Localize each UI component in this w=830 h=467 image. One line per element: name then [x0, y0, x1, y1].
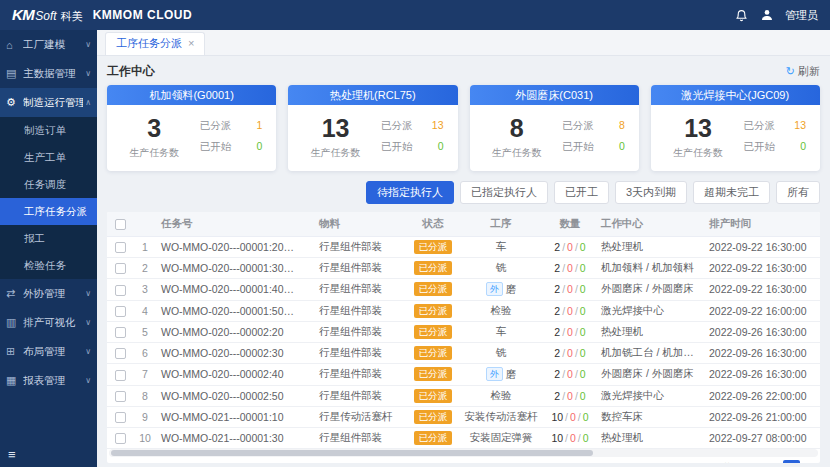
task-number: WO-MMO-020---00002:40 — [161, 368, 284, 380]
prev-page-button[interactable]: ‹ — [770, 462, 774, 463]
work-center-card[interactable]: 机加领料(G0001)3生产任务数已分派1已开始0 — [107, 85, 276, 171]
row-checkbox[interactable] — [115, 263, 126, 274]
quantity: 2/0/0 — [543, 342, 597, 363]
started-label: 已开始 — [562, 140, 594, 154]
task-count-label: 生产任务数 — [117, 146, 192, 160]
quantity: 2/0/0 — [543, 236, 597, 257]
material: 行星组件部装 — [315, 257, 407, 278]
task-count-value: 8 — [480, 114, 555, 143]
filter-button-0[interactable]: 待指定执行人 — [366, 181, 454, 204]
sidebar-item-report-management[interactable]: ▦报表管理∨ — [0, 366, 97, 395]
work-center-card[interactable]: 热处理机(RCL75)13生产任务数已分派13已开始0 — [288, 85, 457, 171]
top-header: KM Soft 科美 KMMOM CLOUD 管理员 — [0, 0, 830, 30]
dispatched-value: 8 — [619, 119, 625, 133]
started-label: 已开始 — [200, 140, 232, 154]
row-checkbox[interactable] — [115, 348, 126, 359]
task-number: WO-MMO-020---00002:20 — [161, 326, 284, 338]
filter-button-3[interactable]: 3天内到期 — [615, 181, 687, 204]
status-badge: 已分派 — [414, 282, 453, 296]
task-count-value: 13 — [661, 114, 736, 143]
next-page-button[interactable]: › — [808, 462, 812, 463]
sidebar-subitem-production-work-orders[interactable]: 生产工单 — [0, 144, 97, 171]
user-avatar-icon[interactable] — [759, 7, 775, 23]
filter-button-4[interactable]: 超期未完工 — [693, 181, 770, 204]
row-index: 6 — [133, 342, 157, 363]
quantity: 2/0/0 — [543, 385, 597, 406]
work-center-card[interactable]: 激光焊接中心(JGC09)13生产任务数已分派13已开始0 — [651, 85, 820, 171]
scrollbar-thumb[interactable] — [111, 450, 593, 456]
filter-button-2[interactable]: 已开工 — [554, 181, 609, 204]
table-row[interactable]: 10WO-MMO-021---00001:30行星组件部装已分派安装固定弹簧10… — [107, 427, 820, 448]
schedule-time: 2022-09-22 16:30:00 — [705, 278, 820, 300]
close-icon[interactable]: × — [188, 38, 194, 49]
row-checkbox[interactable] — [115, 412, 126, 423]
filter-button-5[interactable]: 所有 — [776, 181, 820, 204]
select-all-checkbox[interactable] — [115, 219, 126, 230]
column-header: 工作中心 — [597, 212, 705, 237]
sidebar-item-outsourcing[interactable]: ⇄外协管理∨ — [0, 279, 97, 308]
row-checkbox[interactable] — [115, 433, 126, 444]
status-badge: 已分派 — [414, 261, 453, 275]
process: 安装固定弹簧 — [470, 431, 533, 443]
sidebar-subitem-work-reporting[interactable]: 报工 — [0, 225, 97, 252]
user-name[interactable]: 管理员 — [785, 8, 818, 23]
row-index: 7 — [133, 363, 157, 385]
horizontal-scrollbar[interactable] — [109, 449, 818, 457]
material: 行星组件部装 — [315, 321, 407, 342]
sidebar-item-manufacturing-ops[interactable]: ⚙制造运行管理∧ — [0, 88, 97, 117]
refresh-button[interactable]: ↻ 刷新 — [786, 64, 820, 79]
task-number: WO-MMO-021---00001:30 — [161, 432, 284, 444]
section-title: 工作中心 — [107, 63, 155, 80]
row-checkbox[interactable] — [115, 285, 126, 296]
row-checkbox[interactable] — [115, 391, 126, 402]
row-checkbox[interactable] — [115, 306, 126, 317]
sidebar-item-label: 布局管理 — [23, 345, 83, 359]
filter-button-1[interactable]: 已指定执行人 — [460, 181, 548, 204]
table-row[interactable]: 9WO-MMO-021---00001:10行星传动活塞杆已分派安装传动活塞杆1… — [107, 406, 820, 427]
work-center-card-body: 13生产任务数已分派13已开始0 — [651, 105, 820, 171]
table-row[interactable]: 5WO-MMO-020---00002:20行星组件部装已分派车2/0/0热处理… — [107, 321, 820, 342]
dispatched-label: 已分派 — [562, 119, 594, 133]
sidebar-subitem-task-dispatch[interactable]: 工序任务分派 — [0, 198, 97, 225]
task-number: WO-MMO-020---00002:50 — [161, 390, 284, 402]
logo-chinese-text: 科美 — [61, 9, 83, 24]
process: 铣 — [496, 261, 507, 273]
work-center-card-body: 8生产任务数已分派8已开始0 — [470, 105, 639, 171]
filter-buttons: 待指定执行人已指定执行人已开工3天内到期超期未完工所有 — [107, 181, 820, 204]
task-count-label: 生产任务数 — [661, 146, 736, 160]
table-row[interactable]: 3WO-MMO-020---00001:40超期行星组件部装已分派外磨2/0/0… — [107, 278, 820, 300]
material: 行星组件部装 — [315, 427, 407, 448]
table-row[interactable]: 1WO-MMO-020---00001:20超期行星组件部装已分派车2/0/0热… — [107, 236, 820, 257]
sidebar-subitem-manufacturing-orders[interactable]: 制造订单 — [0, 117, 97, 144]
dispatched-label: 已分派 — [743, 119, 775, 133]
started-label: 已开始 — [743, 140, 775, 154]
schedule-time: 2022-09-26 22:00:00 — [705, 385, 820, 406]
notification-icon[interactable] — [733, 7, 749, 23]
sidebar-item-factory-modeling[interactable]: ⌂工厂建模∨ — [0, 30, 97, 59]
work-center: 激光焊接中心 — [597, 300, 705, 321]
tab-task-dispatch[interactable]: 工序任务分派 × — [105, 32, 205, 55]
outsourced-badge: 外 — [486, 282, 503, 296]
sidebar-item-layout-management[interactable]: ⊞布局管理∨ — [0, 337, 97, 366]
page-content: 工作中心 ↻ 刷新 机加领料(G0001)3生产任务数已分派1已开始0热处理机(… — [97, 56, 830, 467]
table-row[interactable]: 4WO-MMO-020---00001:50超期行星组件部装已分派检验2/0/0… — [107, 300, 820, 321]
row-index: 2 — [133, 257, 157, 278]
sidebar-collapse-button[interactable]: ≡ — [0, 441, 97, 467]
schedule-time: 2022-09-26 16:30:00 — [705, 363, 820, 385]
sidebar-item-master-data[interactable]: ▤主数据管理∨ — [0, 59, 97, 88]
row-checkbox[interactable] — [115, 370, 126, 381]
page-number[interactable]: 1 — [783, 460, 800, 463]
started-value: 0 — [619, 140, 625, 154]
table-row[interactable]: 8WO-MMO-020---00002:50行星组件部装已分派检验2/0/0激光… — [107, 385, 820, 406]
task-number: WO-MMO-020---00001:50 — [161, 305, 294, 317]
sidebar-subitem-inspection-tasks[interactable]: 检验任务 — [0, 252, 97, 279]
sidebar-subitem-task-scheduling[interactable]: 任务调度 — [0, 171, 97, 198]
table-row[interactable]: 7WO-MMO-020---00002:40行星组件部装已分派外磨2/0/0外圆… — [107, 363, 820, 385]
row-index: 3 — [133, 278, 157, 300]
table-row[interactable]: 6WO-MMO-020---00002:30行星组件部装已分派铣2/0/0机加铣… — [107, 342, 820, 363]
row-checkbox[interactable] — [115, 242, 126, 253]
row-checkbox[interactable] — [115, 327, 126, 338]
work-center-card[interactable]: 外圆磨床(C031)8生产任务数已分派8已开始0 — [470, 85, 639, 171]
table-row[interactable]: 2WO-MMO-020---00001:30超期行星组件部装已分派铣2/0/0机… — [107, 257, 820, 278]
sidebar-item-scheduling-visualization[interactable]: ▥排产可视化∨ — [0, 308, 97, 337]
